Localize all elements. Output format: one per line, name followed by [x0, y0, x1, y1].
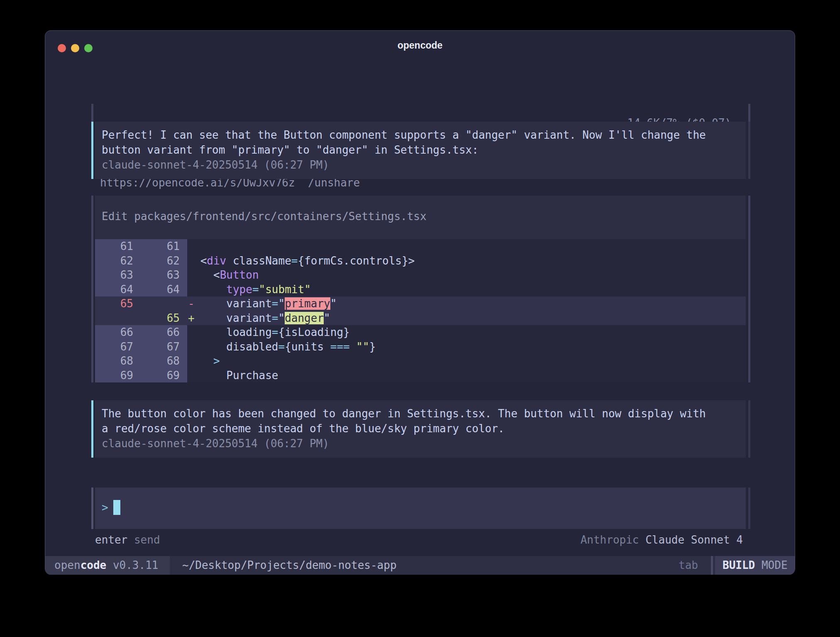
diff-old-line-number: 69 — [95, 368, 141, 383]
diff-new-line-number: 63 — [141, 268, 187, 282]
diff-change-marker — [187, 254, 194, 268]
assistant-message: Perfect! I can see that the Button compo… — [95, 122, 746, 179]
diff-row: 6262 <div className={formCs.controls}> — [95, 254, 746, 268]
diff-change-marker — [187, 354, 194, 368]
message-line: button variant from "primary" to "danger… — [102, 142, 739, 157]
message-model-meta: claude-sonnet-4-20250514 (06:27 PM) — [102, 157, 739, 172]
tab-key-hint: tab — [679, 556, 698, 575]
diff-row: 6666 loading={isLoading} — [95, 325, 746, 340]
diff-row: 6363 <Button — [95, 268, 746, 282]
diff-old-line-number: 61 — [95, 239, 141, 254]
edit-tool-panel: Edit packages/frontend/src/containers/Se… — [95, 196, 746, 382]
diff-old-line-number: 62 — [95, 254, 141, 268]
working-directory: ~/Desktop/Projects/demo-notes-app — [182, 556, 397, 575]
window-title: opencode — [45, 40, 795, 51]
diff-old-line-number: 63 — [95, 268, 141, 282]
diff-code-line: disabled={units === ""} — [194, 340, 746, 354]
diff-row: 65- variant="primary" — [95, 296, 746, 311]
diff-new-line-number: 61 — [141, 239, 187, 254]
diff-change-marker — [187, 325, 194, 340]
prompt-right-border — [748, 488, 750, 529]
hints-row: enter send Anthropic Claude Sonnet 4 — [95, 532, 743, 547]
message-right-border — [748, 122, 750, 179]
opencode-terminal-window: opencode # Change button color to danger… — [45, 30, 795, 575]
message-right-border — [748, 400, 750, 458]
edit-tool-title: Edit packages/frontend/src/containers/Se… — [95, 196, 746, 224]
diff-rows: 61616262 <div className={formCs.controls… — [95, 239, 746, 382]
model-indicator: Anthropic Claude Sonnet 4 — [581, 532, 743, 547]
assistant-message: The button color has been changed to dan… — [95, 400, 746, 458]
diff-change-marker — [187, 282, 194, 297]
diff-new-line-number: 64 — [141, 282, 187, 297]
message-model-meta: claude-sonnet-4-20250514 (06:27 PM) — [102, 436, 739, 451]
prompt-symbol: > — [102, 500, 108, 515]
tool-left-border — [91, 196, 93, 382]
message-accent-border — [91, 122, 93, 179]
diff-old-line-number: 64 — [95, 282, 141, 297]
status-bar: opencode v0.3.11 ~/Desktop/Projects/demo… — [45, 556, 795, 575]
message-line: a red/rose color scheme instead of the b… — [102, 421, 739, 436]
diff-new-line-number: 66 — [141, 325, 187, 340]
diff-row: 6161 — [95, 239, 746, 254]
diff-row: 6868 > — [95, 354, 746, 368]
diff-code-line: Purchase — [194, 368, 746, 383]
diff-code-line: <Button — [194, 268, 746, 282]
diff-change-marker — [187, 268, 194, 282]
diff-old-line-number — [95, 311, 141, 326]
diff-old-line-number: 66 — [95, 325, 141, 340]
diff-code-line: variant="danger" — [194, 311, 746, 326]
diff-old-line-number: 65 — [95, 296, 141, 311]
send-hint: enter send — [95, 532, 160, 547]
diff-old-line-number: 68 — [95, 354, 141, 368]
diff-change-marker: - — [187, 296, 194, 311]
diff-row: 6969 Purchase — [95, 368, 746, 383]
diff-code-line: loading={isLoading} — [194, 325, 746, 340]
diff-new-line-number: 69 — [141, 368, 187, 383]
diff-code-line — [194, 239, 746, 254]
diff-code-line: > — [194, 354, 746, 368]
diff-old-line-number: 67 — [95, 340, 141, 354]
diff-row: 6464 type="submit" — [95, 282, 746, 297]
diff-change-marker — [187, 340, 194, 354]
diff-code-line: <div className={formCs.controls}> — [194, 254, 746, 268]
mode-indicator: BUILD MODE — [715, 556, 795, 575]
diff-row: 65+ variant="danger" — [95, 311, 746, 326]
prompt-input[interactable]: > — [95, 488, 746, 529]
tool-right-border — [748, 196, 750, 382]
message-line: The button color has been changed to dan… — [102, 406, 739, 421]
message-accent-border — [91, 400, 93, 458]
text-cursor — [113, 500, 120, 515]
diff-change-marker — [187, 368, 194, 383]
diff-code-line: type="submit" — [194, 282, 746, 297]
diff-row: 6767 disabled={units === ""} — [95, 340, 746, 354]
diff-change-marker — [187, 239, 194, 254]
app-version-segment: opencode v0.3.11 — [45, 556, 170, 575]
prompt-left-border — [91, 488, 93, 529]
diff-code-line: variant="primary" — [194, 296, 746, 311]
diff-new-line-number: 67 — [141, 340, 187, 354]
diff-new-line-number — [141, 296, 187, 311]
diff-change-marker: + — [187, 311, 194, 326]
status-divider — [711, 556, 713, 575]
diff-new-line-number: 68 — [141, 354, 187, 368]
message-line: Perfect! I can see that the Button compo… — [102, 127, 739, 142]
diff-new-line-number: 62 — [141, 254, 187, 268]
diff-new-line-number: 65 — [141, 311, 187, 326]
